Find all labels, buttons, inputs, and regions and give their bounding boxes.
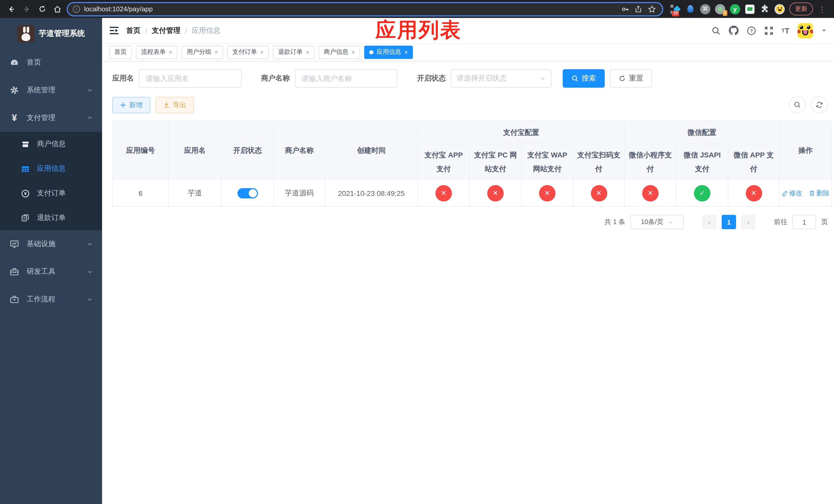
app-name-input[interactable] xyxy=(139,69,242,88)
browser-update-button[interactable]: 更新 xyxy=(789,3,813,15)
page-content: 应用名 商户名称 开启状态 请选择开启状态 xyxy=(102,61,834,504)
close-icon[interactable]: × xyxy=(306,49,309,55)
ext-badge: 10 xyxy=(672,10,679,16)
close-icon[interactable]: × xyxy=(169,49,172,55)
command-ext-icon[interactable]: ⌘ xyxy=(700,4,710,14)
svg-text:¥: ¥ xyxy=(24,191,26,196)
reload-icon[interactable] xyxy=(36,3,48,15)
col-created: 创建时间 xyxy=(325,121,418,180)
tab-process-form[interactable]: 流程表单× xyxy=(136,45,177,59)
reset-button[interactable]: 重置 xyxy=(610,69,652,88)
edit-button[interactable]: 修改 xyxy=(782,188,803,198)
site-info-icon[interactable]: i xyxy=(73,5,80,13)
sidebar-item-label: 商户信息 xyxy=(37,139,66,149)
url-text[interactable]: localhost:1024/pay/app xyxy=(84,5,617,13)
documents-icon xyxy=(21,214,30,222)
sidebar-item-payment[interactable]: ¥ 支付管理 xyxy=(0,104,102,132)
goto-page-input[interactable] xyxy=(792,215,816,229)
breadcrumb-home[interactable]: 首页 xyxy=(126,26,140,35)
filter-form: 应用名 商户名称 开启状态 请选择开启状态 xyxy=(112,69,828,88)
recorder-ext-icon[interactable]: 1 xyxy=(715,4,725,14)
tab-home[interactable]: 首页 xyxy=(109,45,132,59)
col-status: 开启状态 xyxy=(221,121,273,180)
share-icon[interactable] xyxy=(635,5,644,13)
sidebar-item-workflow[interactable]: 工作流程 xyxy=(0,285,102,313)
password-key-icon[interactable] xyxy=(621,5,630,13)
github-icon[interactable] xyxy=(729,26,738,36)
user-avatar[interactable] xyxy=(797,23,813,38)
status-toggle[interactable] xyxy=(237,188,258,198)
y-ext-icon[interactable]: y xyxy=(730,4,740,14)
fullscreen-icon[interactable] xyxy=(764,26,773,35)
help-icon[interactable]: ? xyxy=(747,26,756,35)
tab-user-group[interactable]: 用户分组× xyxy=(181,45,223,59)
svg-text:?: ? xyxy=(750,28,753,33)
sidebar-item-infrastructure[interactable]: 基础设施 xyxy=(0,230,102,258)
col-app-name: 应用名 xyxy=(169,121,221,180)
cell-alipay-qr: ✕ xyxy=(573,180,624,206)
kite-ext-icon[interactable] xyxy=(685,4,696,14)
sidebar-item-home[interactable]: 首页 xyxy=(0,49,102,76)
sidebar-item-label: 首页 xyxy=(27,58,41,67)
search-icon[interactable] xyxy=(711,26,720,35)
forward-icon xyxy=(21,3,33,15)
page-size-select[interactable]: 10条/页 xyxy=(630,215,684,229)
font-size-icon[interactable]: TT xyxy=(782,26,789,35)
tab-merchant-info[interactable]: 商户信息× xyxy=(319,45,360,59)
sidebar-item-dev-tools[interactable]: 研发工具 xyxy=(0,258,102,285)
app-logo[interactable]: 芋道管理系统 xyxy=(0,18,102,49)
cell-app-name: 芋道 xyxy=(169,180,221,206)
tab-pay-order[interactable]: 支付订单× xyxy=(227,45,269,59)
back-icon[interactable] xyxy=(5,3,18,15)
pinned-ext-icon[interactable]: 10 xyxy=(671,4,681,14)
close-icon[interactable]: × xyxy=(214,49,218,55)
dashboard-icon xyxy=(9,58,20,67)
bookmark-star-icon[interactable] xyxy=(648,5,657,13)
sidebar-item-label: 研发工具 xyxy=(27,267,56,276)
add-button[interactable]: 新增 xyxy=(112,97,150,113)
sidebar-item-label: 工作流程 xyxy=(27,295,56,304)
sidebar-item-pay-order[interactable]: ¥ 支付订单 xyxy=(0,181,102,206)
collapse-sidebar-icon[interactable] xyxy=(109,26,119,35)
search-button[interactable]: 搜索 xyxy=(563,69,605,88)
logo-rabbit-image xyxy=(17,25,34,42)
prev-page-button[interactable]: ‹ xyxy=(702,215,717,229)
delete-button[interactable]: 删除 xyxy=(809,188,830,198)
total-count: 共 1 条 xyxy=(605,217,625,227)
page-number-button[interactable]: 1 xyxy=(722,215,736,229)
sidebar-item-app-info[interactable]: 应用信息 xyxy=(0,156,102,181)
toggle-search-button[interactable] xyxy=(789,96,806,113)
close-icon[interactable]: × xyxy=(351,49,355,55)
col-alipay-qr: 支付宝扫码支付 xyxy=(573,144,624,180)
next-page-button[interactable]: › xyxy=(741,215,755,229)
close-icon[interactable]: × xyxy=(404,49,408,55)
col-wechat-app: 微信 APP 支付 xyxy=(728,144,780,180)
profile-avatar-icon[interactable] xyxy=(774,4,785,14)
tab-refund-order[interactable]: 退款订单× xyxy=(273,45,314,59)
chat-ext-icon[interactable] xyxy=(745,4,755,14)
address-bar[interactable]: i localhost:1024/pay/app xyxy=(67,2,663,16)
chevron-down-icon xyxy=(540,75,546,82)
sidebar-item-merchant-info[interactable]: 商户信息 xyxy=(0,132,102,156)
status-label: 开启状态 xyxy=(417,74,446,83)
browser-menu-icon[interactable]: ⋮ xyxy=(818,5,827,13)
breadcrumb-payment[interactable]: 支付管理 xyxy=(152,26,180,35)
status-select[interactable]: 请选择开启状态 xyxy=(451,69,551,88)
extensions-puzzle-icon[interactable] xyxy=(760,4,770,14)
status-disabled-icon: ✕ xyxy=(591,185,607,201)
col-alipay-pc: 支付宝 PC 网站支付 xyxy=(469,144,521,180)
home-icon[interactable] xyxy=(51,3,64,15)
cell-wechat-jsapi: ✓ xyxy=(676,180,728,206)
sidebar-item-refund-order[interactable]: 退款订单 xyxy=(0,206,102,230)
refresh-button[interactable] xyxy=(811,96,828,113)
sidebar-item-system[interactable]: 系统管理 xyxy=(0,76,102,104)
app-table: 应用编号 应用名 开启状态 商户名称 创建时间 支付宝配置 微信配置 操作 支付… xyxy=(112,120,832,207)
chevron-down-icon xyxy=(87,269,93,275)
yen-circle-icon: ¥ xyxy=(21,189,30,198)
avatar-caret-icon[interactable] xyxy=(821,28,827,33)
export-button[interactable]: 导出 xyxy=(155,97,194,113)
merchant-name-input[interactable] xyxy=(295,69,397,88)
cell-wechat-app: ✕ xyxy=(728,180,780,206)
close-icon[interactable]: × xyxy=(260,49,264,55)
tab-app-info[interactable]: 应用信息× xyxy=(364,45,413,59)
